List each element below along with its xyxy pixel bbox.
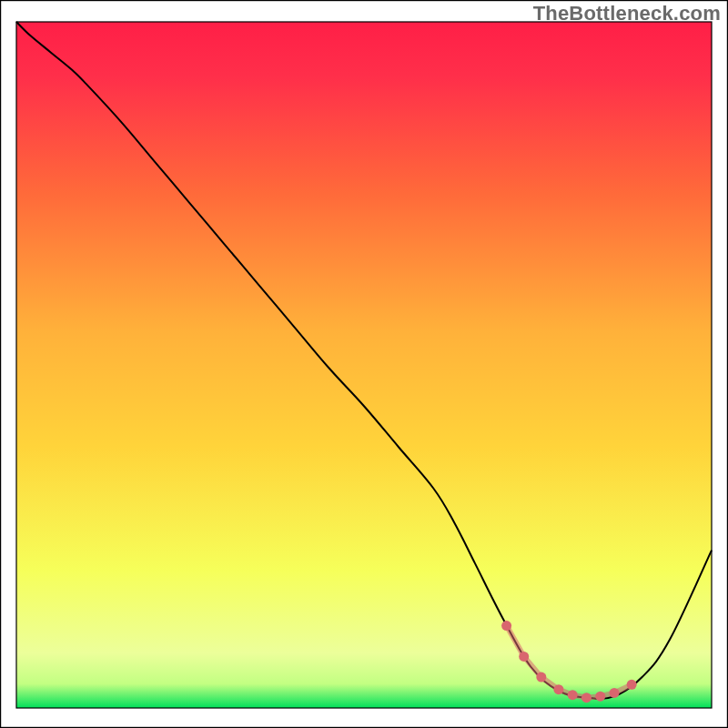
watermark-text: TheBottleneck.com [533,2,721,25]
valley-segment [507,626,524,657]
valley-dot [501,621,511,631]
bottleneck-curve-path [16,22,712,699]
optimal-valley-dots [501,621,637,703]
valley-dot [519,652,529,662]
valley-dot [627,680,637,690]
valley-dot [610,688,620,698]
valley-dot [568,690,578,700]
chart-stage: TheBottleneck.com [0,0,728,728]
valley-dot [536,672,546,682]
curve-layer [0,0,728,728]
valley-dot [581,693,592,703]
valley-dot [553,684,563,694]
valley-dot [595,692,605,702]
